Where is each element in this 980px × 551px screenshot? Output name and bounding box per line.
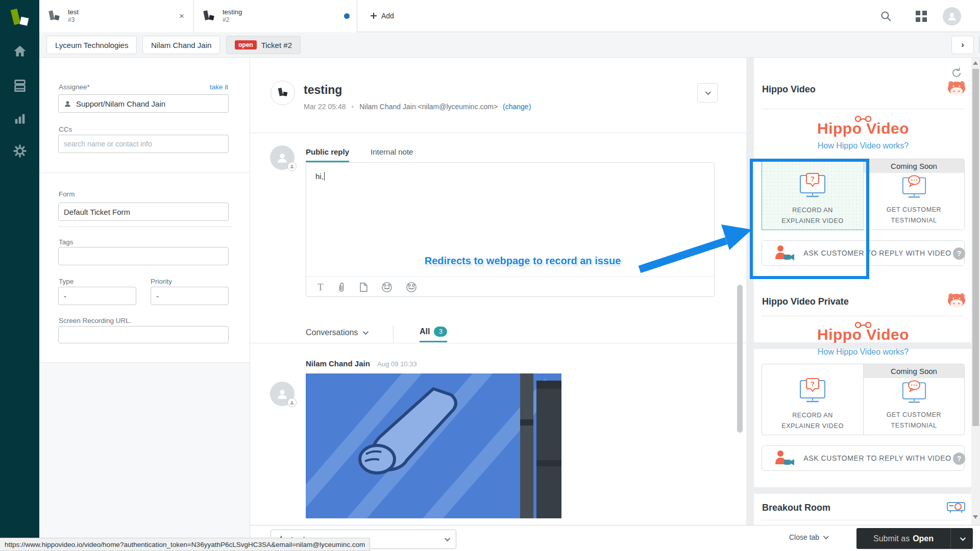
annotation-highlight-box bbox=[750, 159, 869, 279]
record-explainer-card[interactable]: ? RECORD ANEXPLAINER VIDEO bbox=[762, 364, 863, 435]
person-video-icon bbox=[775, 450, 795, 466]
agent-avatar bbox=[270, 145, 295, 170]
ticket-tab-testing[interactable]: testing #2 bbox=[194, 0, 357, 32]
ccs-placeholder: search name or contact info bbox=[64, 140, 152, 148]
attach-file-icon[interactable] bbox=[359, 282, 368, 292]
tab-public-reply[interactable]: Public reply bbox=[306, 147, 349, 162]
main-scrollbar[interactable] bbox=[737, 285, 743, 433]
card-label: GET CUSTOMERTESTIMONIAL bbox=[887, 205, 941, 226]
hippo-link-row: How Hippo Video works? bbox=[754, 141, 972, 151]
priority-field[interactable]: - bbox=[151, 287, 229, 305]
chevron-down-icon bbox=[960, 535, 965, 540]
panel-spacer bbox=[39, 363, 250, 551]
breadcrumb: Lyceum Technologies Nilam Chand Jain ope… bbox=[39, 32, 980, 58]
chevron-down-icon bbox=[363, 329, 369, 335]
priority-value: - bbox=[156, 292, 159, 300]
tab-title: testing bbox=[223, 8, 242, 16]
message-timestamp: Aug 09 10:33 bbox=[377, 360, 416, 368]
ticket-brand-icon bbox=[276, 86, 289, 99]
hippo-logo: Hippo Video bbox=[754, 115, 972, 137]
text-caret bbox=[324, 172, 325, 181]
home-icon[interactable] bbox=[0, 41, 39, 61]
scroll-up-icon[interactable] bbox=[973, 61, 978, 65]
take-it-link[interactable]: take it bbox=[210, 83, 228, 91]
customer-testimonial-card[interactable]: Coming Soon GET CUSTOMERTESTIMONIAL bbox=[863, 364, 964, 435]
conversation-count-badge: 3 bbox=[434, 327, 447, 337]
attachment-icon[interactable] bbox=[337, 282, 346, 292]
card-label: RECORD ANEXPLAINER VIDEO bbox=[781, 410, 844, 432]
breadcrumb-person-chip[interactable]: Nilam Chand Jain bbox=[142, 36, 220, 54]
help-icon[interactable]: ? bbox=[953, 247, 965, 260]
ticket-title: testing bbox=[304, 83, 342, 97]
apps-sidebar: Hippo Video Hippo Video How Hippo Video … bbox=[754, 58, 972, 525]
divider bbox=[762, 109, 964, 109]
form-field[interactable]: Default Ticket Form bbox=[58, 203, 229, 221]
conversations-dropdown[interactable]: Conversations bbox=[306, 328, 367, 337]
person-icon bbox=[276, 151, 289, 164]
close-tab-label: Close tab bbox=[789, 533, 819, 541]
svg-text:?: ? bbox=[811, 380, 815, 388]
assignee-label: Assignee* bbox=[59, 83, 90, 91]
assignee-value: Support/Nilam Chand Jain bbox=[76, 99, 165, 108]
ask-label: ASK CUSTOMER TO REPLY WITH VIDEO bbox=[803, 454, 951, 462]
screen-recording-url-field[interactable] bbox=[58, 326, 229, 343]
message-author: Nilam Chand Jain bbox=[306, 359, 370, 368]
org-label: Lyceum Technologies bbox=[55, 41, 128, 49]
user-avatar[interactable] bbox=[943, 7, 961, 26]
type-label: Type bbox=[59, 278, 74, 285]
ask-customer-reply-button[interactable]: ASK CUSTOMER TO REPLY WITH VIDEO bbox=[762, 445, 965, 471]
chevron-down-icon bbox=[445, 536, 450, 541]
tags-field[interactable] bbox=[58, 247, 229, 265]
card-label: GET CUSTOMERTESTIMONIAL bbox=[887, 410, 941, 431]
search-icon[interactable] bbox=[878, 8, 894, 24]
close-tab-icon[interactable]: × bbox=[177, 10, 186, 22]
how-it-works-link[interactable]: How Hippo Video works? bbox=[818, 347, 909, 356]
hippo-record-icon[interactable] bbox=[381, 282, 393, 293]
reports-icon[interactable] bbox=[0, 108, 39, 129]
link-preview-statusbar: https://www.hippovideo.io/video/home?aut… bbox=[0, 538, 370, 551]
apps-grid-icon[interactable] bbox=[913, 8, 929, 24]
section-gap bbox=[754, 487, 972, 494]
ticket-tab-test[interactable]: test #3 × bbox=[39, 0, 194, 32]
page-scrollbar[interactable] bbox=[971, 58, 980, 525]
settings-gear-icon[interactable] bbox=[0, 141, 39, 161]
submit-as-open-button[interactable]: Submit as Open bbox=[856, 528, 950, 549]
tab-internal-note[interactable]: Internal note bbox=[371, 147, 413, 162]
next-ticket-button[interactable]: › bbox=[951, 36, 974, 54]
breadcrumb-ticket-chip[interactable]: open Ticket #2 bbox=[226, 36, 301, 54]
collapse-header-button[interactable] bbox=[697, 83, 718, 103]
hippo-library-icon[interactable] bbox=[406, 282, 417, 293]
views-icon[interactable] bbox=[0, 76, 39, 96]
ticket-subtitle: Mar 22 05:48 • Nilam Chand Jain <nilam@l… bbox=[304, 103, 531, 111]
customer-testimonial-card[interactable]: Coming Soon GET CUSTOMERTESTIMONIAL bbox=[863, 159, 964, 230]
submit-options-button[interactable] bbox=[950, 528, 973, 549]
monitor-question-icon: ? bbox=[798, 377, 827, 403]
ticket-label: Ticket #2 bbox=[261, 41, 292, 49]
add-label: Add bbox=[381, 12, 394, 20]
zendesk-logo-icon[interactable] bbox=[7, 6, 32, 31]
breadcrumb-org-chip[interactable]: Lyceum Technologies bbox=[46, 36, 137, 54]
type-field[interactable]: - bbox=[58, 287, 136, 305]
unread-dot-icon bbox=[344, 13, 350, 19]
how-it-works-link[interactable]: How Hippo Video works? bbox=[818, 141, 909, 150]
status-url: https://www.hippovideo.io/video/home?aut… bbox=[5, 541, 365, 548]
scrollbar-thumb[interactable] bbox=[972, 69, 979, 426]
ccs-field[interactable]: search name or contact info bbox=[58, 135, 229, 153]
close-tab-button[interactable]: Close tab bbox=[789, 533, 827, 541]
filter-all-tab[interactable]: All 3 bbox=[420, 327, 447, 342]
assignee-field[interactable]: Support/Nilam Chand Jain bbox=[58, 94, 229, 113]
refresh-icon[interactable] bbox=[950, 67, 963, 79]
help-icon[interactable]: ? bbox=[953, 453, 965, 465]
tab-text: testing #2 bbox=[223, 8, 242, 24]
message-image-attachment[interactable] bbox=[306, 373, 561, 518]
ticket-date: Mar 22 05:48 bbox=[304, 103, 346, 111]
message-avatar bbox=[270, 382, 295, 406]
change-requester-link[interactable]: (change) bbox=[503, 103, 531, 111]
monitor-chat-icon bbox=[900, 379, 928, 404]
add-tab-button[interactable]: Add bbox=[370, 7, 394, 24]
divider bbox=[762, 520, 964, 520]
text-format-icon[interactable]: T bbox=[317, 282, 324, 293]
chevron-down-icon bbox=[823, 534, 829, 539]
scroll-down-icon[interactable] bbox=[973, 515, 978, 519]
hippo-video-section-title: Hippo Video bbox=[762, 84, 816, 95]
